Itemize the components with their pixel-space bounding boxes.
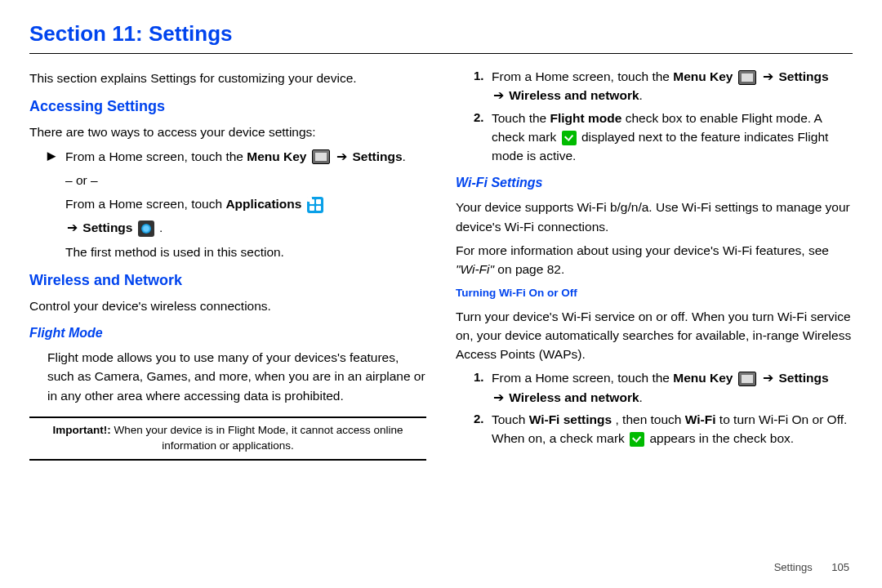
settings-label: Settings [352, 149, 402, 163]
list-text: From a Home screen, touch the Menu Key ➔… [65, 147, 426, 166]
page-number: 105 [831, 561, 849, 573]
step-number: 2. [474, 109, 492, 127]
arrow-icon: ➔ [336, 149, 347, 163]
two-column-layout: This section explains Settings for custo… [29, 64, 853, 472]
arrow-icon: ➔ [493, 88, 504, 102]
step-item: 1. From a Home screen, touch the Menu Ke… [474, 67, 853, 105]
text: From a Home screen, touch the [492, 69, 673, 83]
step-item: 1. From a Home screen, touch the Menu Ke… [474, 368, 853, 407]
list-text: From a Home screen, touch Applications [65, 194, 426, 213]
wireless-lead: Control your device's wireless connectio… [29, 296, 426, 315]
settings-icon [138, 220, 154, 237]
flight-mode-label: Flight mode [550, 111, 622, 125]
step-item: 2. Touch the Flight mode check box to en… [474, 109, 853, 166]
checkmark-icon [562, 131, 577, 145]
divider [29, 53, 853, 54]
menu-key-icon [738, 70, 756, 85]
settings-label: Settings [778, 371, 828, 385]
right-column: 1. From a Home screen, touch the Menu Ke… [456, 64, 853, 472]
menu-key-label: Menu Key [673, 371, 733, 385]
wireless-network-label: Wireless and network [509, 390, 639, 404]
step-text: From a Home screen, touch the Menu Key ➔… [492, 368, 853, 407]
menu-key-label: Menu Key [673, 69, 733, 83]
manual-page: Section 11: Settings This section explai… [0, 0, 882, 588]
intro-text: This section explains Settings for custo… [29, 69, 426, 87]
important-note: Important!: When your device is in Fligh… [29, 416, 426, 461]
text: From a Home screen, touch the [65, 149, 247, 163]
footer-section-label: Settings [774, 561, 813, 573]
text: . [639, 390, 643, 404]
text: . [403, 149, 406, 163]
wireless-network-label: Wireless and network [509, 88, 639, 102]
heading-flight-mode: Flight Mode [29, 323, 426, 343]
text: . [639, 88, 643, 102]
step-text: From a Home screen, touch the Menu Key ➔… [492, 67, 853, 105]
menu-key-label: Menu Key [247, 149, 306, 163]
text: . [156, 220, 163, 234]
text: on page 82. [497, 262, 564, 276]
settings-label: Settings [82, 220, 132, 234]
or-separator: – or – [65, 171, 426, 189]
menu-key-icon [738, 372, 756, 386]
applications-icon [307, 197, 323, 213]
text: Touch the [492, 111, 550, 125]
method-note: The first method is used in this section… [65, 243, 426, 261]
text: From a Home screen, touch the [492, 371, 673, 385]
wifi-p1: Your device supports Wi-Fi b/g/n/a. Use … [456, 198, 853, 236]
heading-wifi-on-off: Turning Wi-Fi On or Off [456, 285, 853, 301]
wifi-label: Wi-Fi [685, 412, 716, 426]
cross-reference: "Wi-Fi" [456, 262, 494, 276]
arrow-icon: ➔ [763, 371, 773, 385]
left-column: This section explains Settings for custo… [29, 64, 426, 472]
arrow-icon: ➔ [763, 69, 773, 83]
text: For more information about using your de… [456, 243, 829, 257]
step-number: 1. [474, 67, 492, 86]
arrow-icon: ➔ [67, 220, 78, 234]
section-title: Section 11: Settings [29, 21, 853, 47]
step-number: 1. [474, 368, 492, 387]
list-text: ➔ Settings . [65, 218, 426, 237]
menu-key-icon [312, 149, 330, 164]
text: appears in the check box. [649, 431, 794, 445]
text: , then touch [615, 412, 684, 426]
wifi-onoff-p1: Turn your device's Wi-Fi service on or o… [456, 307, 853, 364]
applications-label: Applications [225, 197, 301, 211]
list-item: ▶ From a Home screen, touch the Menu Key… [47, 147, 426, 166]
flight-mode-text: Flight mode allows you to use many of yo… [47, 348, 426, 405]
wifi-settings-label: Wi-Fi settings [529, 412, 612, 426]
wifi-p2: For more information about using your de… [456, 241, 853, 279]
step-text: Touch Wi-Fi settings , then touch Wi-Fi … [492, 410, 853, 448]
checkmark-icon [630, 432, 644, 447]
heading-wifi-settings: Wi-Fi Settings [456, 173, 853, 193]
accessing-lead: There are two ways to access your device… [29, 122, 426, 141]
important-label: Important!: [52, 424, 110, 436]
step-text: Touch the Flight mode check box to enabl… [492, 109, 853, 166]
heading-accessing-settings: Accessing Settings [29, 96, 426, 118]
page-footer: Settings 105 [774, 561, 849, 573]
step-item: 2. Touch Wi-Fi settings , then touch Wi-… [474, 410, 853, 448]
step-number: 2. [474, 410, 492, 429]
text: Touch [492, 412, 529, 426]
important-text: When your device is in Flight Mode, it c… [111, 424, 403, 452]
arrow-icon: ➔ [493, 390, 504, 404]
bullet-icon: ▶ [47, 147, 65, 165]
heading-wireless-network: Wireless and Network [29, 270, 426, 292]
text: From a Home screen, touch [65, 197, 225, 211]
settings-label: Settings [778, 69, 828, 83]
